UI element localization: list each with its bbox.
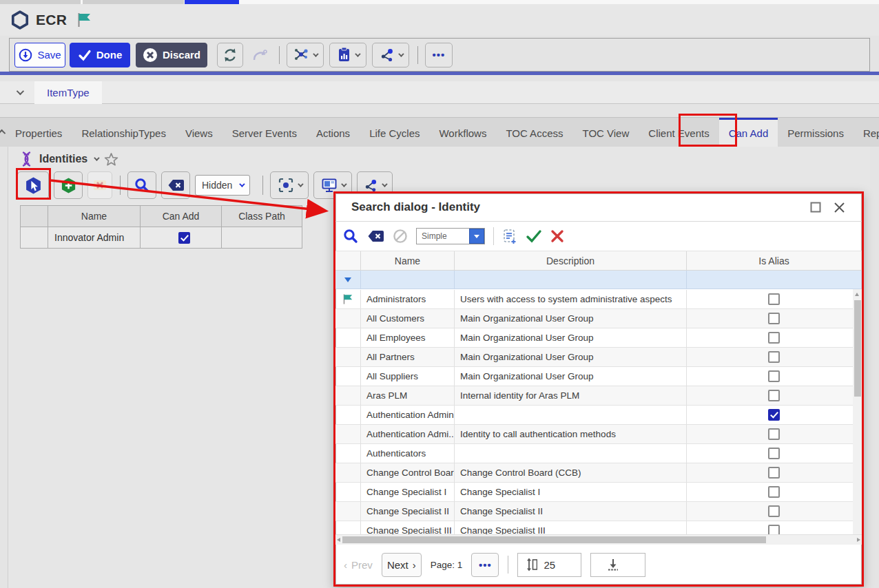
is-alias-checkbox[interactable] <box>768 293 780 305</box>
search-icon[interactable] <box>342 228 359 244</box>
table-row[interactable]: Authentication Admi... Identity to call … <box>335 425 862 444</box>
tab-can-add[interactable]: Can Add <box>719 118 778 147</box>
table-row[interactable]: Aras PLM Internal identity for Aras PLM <box>335 386 862 406</box>
row-icon-cell[interactable] <box>335 502 361 521</box>
is-alias-cell[interactable] <box>687 502 862 521</box>
row-icon-cell[interactable] <box>335 425 361 444</box>
run-search-button[interactable] <box>127 171 156 199</box>
filter-is-alias-input[interactable] <box>687 271 862 289</box>
scroll-up-arrow-icon[interactable] <box>855 293 859 296</box>
is-alias-checkbox[interactable] <box>768 428 780 440</box>
tab-views[interactable]: Views <box>176 118 223 147</box>
is-alias-checkbox[interactable] <box>768 505 780 517</box>
tab-properties[interactable]: Properties <box>6 118 72 147</box>
description-cell[interactable]: Main Organizational User Group <box>455 367 687 386</box>
stop-search-icon-disabled[interactable] <box>393 229 408 244</box>
reports-dropdown-button[interactable] <box>329 43 366 67</box>
is-alias-cell[interactable] <box>687 444 862 463</box>
is-alias-cell[interactable] <box>687 290 862 309</box>
scroll-right-arrow-icon[interactable] <box>857 538 860 542</box>
dropdown-arrow-button[interactable] <box>469 229 484 244</box>
name-cell[interactable]: Innovator Admin <box>48 227 141 249</box>
tab-relationshiptypes[interactable]: RelationshipTypes <box>72 118 176 147</box>
is-alias-cell[interactable] <box>687 328 862 348</box>
tab-server-events[interactable]: Server Events <box>223 118 307 147</box>
header-cell-description[interactable]: Description <box>455 251 687 271</box>
is-alias-checkbox[interactable] <box>768 409 780 421</box>
favorite-star-icon[interactable] <box>104 152 118 167</box>
more-actions-button[interactable]: ••• <box>425 43 453 67</box>
collapse-tabs-button[interactable] <box>0 118 6 147</box>
is-alias-checkbox[interactable] <box>768 525 780 534</box>
confirm-icon[interactable] <box>526 229 542 243</box>
close-button[interactable] <box>827 197 851 218</box>
table-row[interactable]: Change Specialist I Change Specialist I <box>335 483 862 502</box>
header-cell-is-alias[interactable]: Is Alias <box>687 251 862 271</box>
focus-view-dropdown-button[interactable] <box>270 171 309 199</box>
tab-actions[interactable]: Actions <box>307 118 360 147</box>
tab-reports[interactable]: Reports <box>854 118 879 147</box>
more-pages-button[interactable]: ••• <box>471 553 499 577</box>
table-row[interactable]: All Suppliers Main Organizational User G… <box>335 367 862 386</box>
name-cell[interactable]: All Suppliers <box>361 367 455 386</box>
is-alias-checkbox[interactable] <box>768 467 780 479</box>
row-selector-cell[interactable] <box>21 227 48 249</box>
table-row[interactable]: All Customers Main Organizational User G… <box>335 309 862 328</box>
row-icon-cell[interactable] <box>335 367 361 386</box>
maximize-button[interactable] <box>804 197 827 218</box>
structure-dropdown-button[interactable] <box>287 43 324 67</box>
row-icon-cell[interactable] <box>335 463 361 483</box>
row-icon-cell[interactable] <box>335 521 361 534</box>
row-icon-cell[interactable] <box>335 290 361 309</box>
name-cell[interactable]: Aras PLM <box>361 386 455 406</box>
name-cell[interactable]: Authentication Admi... <box>361 425 455 444</box>
is-alias-cell[interactable] <box>687 367 862 386</box>
refresh-button[interactable] <box>217 43 243 67</box>
select-identity-button[interactable] <box>17 171 49 199</box>
description-cell[interactable]: Change Specialist III <box>455 521 687 534</box>
is-alias-cell[interactable] <box>687 425 862 444</box>
table-row[interactable]: Authentication Admin <box>335 406 862 425</box>
is-alias-cell[interactable] <box>687 406 862 425</box>
is-alias-cell[interactable] <box>687 386 862 406</box>
name-cell[interactable]: Change Specialist I <box>361 483 455 502</box>
delete-identity-button-disabled[interactable] <box>87 171 112 199</box>
table-row[interactable]: All Employees Main Organizational User G… <box>335 328 862 348</box>
name-cell[interactable]: All Employees <box>361 328 455 348</box>
table-row[interactable]: All Partners Main Organizational User Gr… <box>335 348 862 367</box>
filter-description-input[interactable] <box>455 271 687 289</box>
name-cell[interactable]: Authentication Admin <box>361 406 455 425</box>
table-row[interactable]: Change Specialist II Change Specialist I… <box>335 502 862 521</box>
is-alias-checkbox[interactable] <box>768 486 780 498</box>
hidden-view-dropdown[interactable]: Hidden <box>195 175 250 196</box>
collapse-chevron-icon[interactable] <box>17 87 24 95</box>
add-identity-button[interactable] <box>54 171 83 199</box>
prev-page-button-disabled[interactable]: ‹ Prev <box>344 559 373 571</box>
table-row[interactable]: Authenticators <box>335 444 862 463</box>
itemtype-tab[interactable]: ItemType <box>34 81 102 104</box>
is-alias-checkbox[interactable] <box>768 313 780 324</box>
name-cell[interactable]: All Customers <box>361 309 455 328</box>
horizontal-scrollbar[interactable] <box>335 534 862 545</box>
download-button[interactable] <box>590 553 645 577</box>
description-cell[interactable]: Main Organizational User Group <box>455 328 687 348</box>
tab-workflows[interactable]: Workflows <box>429 118 496 147</box>
is-alias-checkbox[interactable] <box>768 390 780 401</box>
header-cell-can-add[interactable]: Can Add <box>141 206 222 227</box>
description-cell[interactable] <box>455 444 687 463</box>
clear-search-icon[interactable] <box>367 230 384 243</box>
description-cell[interactable]: Main Organizational User Group <box>455 309 687 328</box>
is-alias-checkbox[interactable] <box>768 351 780 363</box>
description-cell[interactable]: Main Organizational User Group <box>455 348 687 367</box>
class-path-cell[interactable] <box>222 227 302 249</box>
is-alias-checkbox[interactable] <box>768 448 780 459</box>
tab-client-events[interactable]: Client Events <box>639 118 718 147</box>
can-add-cell[interactable] <box>141 227 222 249</box>
share-dropdown-button[interactable] <box>372 43 409 67</box>
name-cell[interactable]: Authenticators <box>361 444 455 463</box>
row-icon-cell[interactable] <box>335 483 361 502</box>
is-alias-cell[interactable] <box>687 309 862 328</box>
description-cell[interactable]: Users with access to system administrati… <box>455 290 687 309</box>
redo-button-disabled[interactable] <box>248 43 271 67</box>
row-icon-cell[interactable] <box>335 328 361 348</box>
